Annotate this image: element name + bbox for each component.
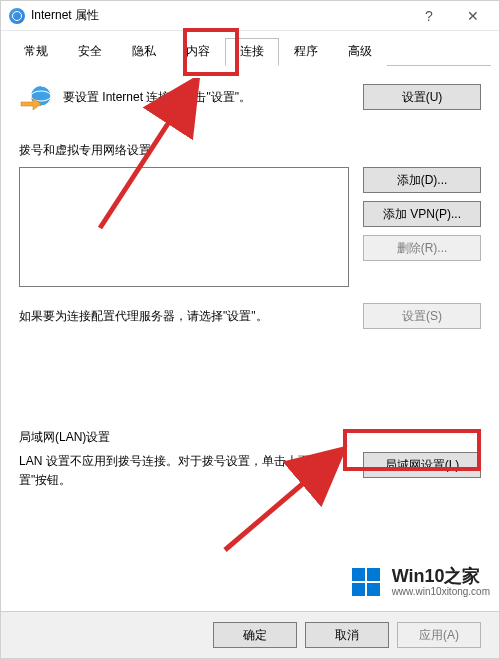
lan-text: LAN 设置不应用到拨号连接。对于拨号设置，单击上面的"设置"按钮。 [19,452,349,490]
proxy-text: 如果要为连接配置代理服务器，请选择"设置"。 [19,308,351,325]
setup-desc-pre: 要设置 Internet 连接，单击 [63,90,206,104]
tab-connections[interactable]: 连接 [225,38,279,66]
internet-icon [9,8,25,24]
cancel-button[interactable]: 取消 [305,622,389,648]
internet-properties-window: Internet 属性 ? ✕ 常规 安全 隐私 内容 连接 程序 高级 要设置… [0,0,500,659]
content-panel: 要设置 Internet 连接，单击"设置"。 设置(U) 拨号和虚拟专用网络设… [1,66,499,611]
watermark-text: Win10之家 www.win10xitong.com [392,567,490,598]
tabs: 常规 安全 隐私 内容 连接 程序 高级 [1,31,499,65]
titlebar: Internet 属性 ? ✕ [1,1,499,31]
lan-section: 局域网(LAN)设置 LAN 设置不应用到拨号连接。对于拨号设置，单击上面的"设… [19,429,481,490]
setup-row: 要设置 Internet 连接，单击"设置"。 设置(U) [19,80,481,114]
ok-button[interactable]: 确定 [213,622,297,648]
connections-listbox[interactable] [19,167,349,287]
remove-button: 删除(R)... [363,235,481,261]
add-button[interactable]: 添加(D)... [363,167,481,193]
setup-button[interactable]: 设置(U) [363,84,481,110]
dialup-area: 添加(D)... 添加 VPN(P)... 删除(R)... [19,167,481,287]
dialup-buttons: 添加(D)... 添加 VPN(P)... 删除(R)... [363,167,481,287]
add-vpn-button[interactable]: 添加 VPN(P)... [363,201,481,227]
watermark-brand: Win10之家 [392,567,490,587]
windows-logo-icon [350,565,384,599]
tab-privacy[interactable]: 隐私 [117,38,171,66]
dialog-buttons: 确定 取消 应用(A) [1,611,499,658]
watermark: Win10之家 www.win10xitong.com [350,565,490,599]
window-title: Internet 属性 [31,7,407,24]
close-button[interactable]: ✕ [451,2,495,30]
tab-advanced[interactable]: 高级 [333,38,387,66]
dialup-title: 拨号和虚拟专用网络设置 [19,142,481,159]
help-button[interactable]: ? [407,2,451,30]
setup-description: 要设置 Internet 连接，单击"设置"。 [63,88,353,106]
svg-rect-5 [367,568,380,581]
setup-desc-post: 。 [239,90,251,104]
tab-security[interactable]: 安全 [63,38,117,66]
watermark-url: www.win10xitong.com [392,586,490,597]
svg-rect-4 [352,568,365,581]
setup-desc-quoted: "设置" [206,90,239,104]
dialup-section: 拨号和虚拟专用网络设置 添加(D)... 添加 VPN(P)... 删除(R).… [19,142,481,329]
tab-general[interactable]: 常规 [9,38,63,66]
proxy-settings-button: 设置(S) [363,303,481,329]
proxy-row: 如果要为连接配置代理服务器，请选择"设置"。 设置(S) [19,303,481,329]
lan-settings-button[interactable]: 局域网设置(L) [363,452,481,478]
tab-content[interactable]: 内容 [171,38,225,66]
svg-rect-7 [367,583,380,596]
apply-button: 应用(A) [397,622,481,648]
globe-arrow-icon [19,80,53,114]
lan-row: LAN 设置不应用到拨号连接。对于拨号设置，单击上面的"设置"按钮。 局域网设置… [19,452,481,490]
lan-title: 局域网(LAN)设置 [19,429,481,446]
svg-rect-6 [352,583,365,596]
tab-programs[interactable]: 程序 [279,38,333,66]
